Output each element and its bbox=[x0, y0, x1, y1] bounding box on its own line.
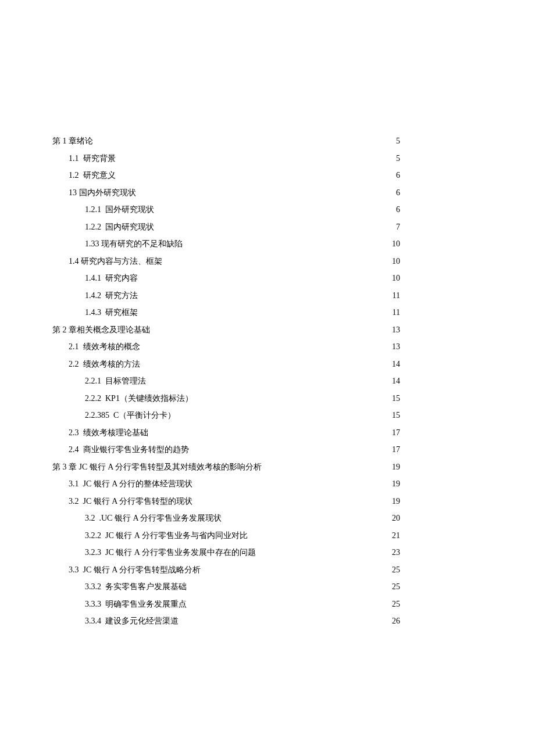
toc-page-number: 15 bbox=[391, 390, 400, 407]
toc-gap bbox=[101, 270, 105, 287]
toc-number: 3.3.4 bbox=[85, 612, 101, 630]
toc-gap bbox=[101, 372, 105, 390]
toc-entry: 2.3 绩效考核理论基础17 bbox=[52, 424, 400, 442]
toc-number: 1.2.1 bbox=[85, 201, 101, 218]
toc-title: JC 银行 A 分行零售转型的现状 bbox=[83, 493, 193, 510]
toc-number: 2.3 bbox=[69, 424, 79, 442]
toc-page-number: 6 bbox=[395, 184, 400, 202]
toc-number: 1.4.2 bbox=[85, 287, 101, 304]
toc-leader-dots bbox=[140, 341, 391, 349]
toc-gap bbox=[79, 150, 83, 167]
toc-gap bbox=[101, 304, 105, 321]
toc-page-number: 21 bbox=[391, 527, 400, 544]
toc-number: 1.1 bbox=[69, 150, 79, 167]
toc-title: 绪论 bbox=[77, 132, 93, 150]
toc-number: 3.3.3 bbox=[85, 596, 101, 613]
toc-page-number: 17 bbox=[391, 441, 400, 458]
toc-entry: 第 2 章相关概念及理论基础13 bbox=[52, 321, 400, 339]
toc-number: 2.2 bbox=[69, 356, 79, 373]
toc-page-number: 6 bbox=[395, 167, 400, 184]
toc-gap bbox=[101, 578, 105, 596]
toc-page-number: 14 bbox=[391, 372, 400, 390]
toc-page-number: 5 bbox=[395, 150, 400, 167]
toc-leader-dots bbox=[187, 599, 391, 607]
toc-title: 研究框架 bbox=[105, 304, 138, 321]
toc-entry: 3.3.2 务实零售客户发展基础25 bbox=[52, 578, 400, 596]
toc-page-number: 13 bbox=[391, 338, 400, 356]
toc-number: 1.33 bbox=[85, 235, 99, 253]
toc-number: 3.2.2 bbox=[85, 527, 101, 544]
toc-leader-dots bbox=[154, 221, 395, 230]
toc-title: 明确零售业务发展重点 bbox=[105, 596, 187, 613]
toc-entry: 2.2.2 KP1（关键绩效指标法）15 bbox=[52, 390, 400, 407]
toc-title: 研究背景 bbox=[83, 150, 116, 167]
toc-page-number: 17 bbox=[391, 424, 400, 442]
toc-title: JC 银行 A 分行零售转型战略分析 bbox=[83, 561, 201, 579]
toc-leader-dots bbox=[138, 273, 391, 281]
toc-title: 研究意义 bbox=[83, 167, 116, 184]
toc-entry: 2.4 商业银行零售业务转型的趋势17 bbox=[52, 441, 400, 458]
toc-entry: 1.4 研究内容与方法、框架10 bbox=[52, 253, 400, 270]
toc-leader-dots bbox=[116, 153, 395, 161]
toc-leader-dots bbox=[222, 513, 391, 521]
toc-title: 相关概念及理论基础 bbox=[77, 321, 150, 339]
toc-leader-dots bbox=[162, 256, 391, 264]
toc-number: 第 3 章 bbox=[52, 458, 77, 476]
toc-leader-dots bbox=[262, 461, 391, 470]
document-page: 第 1 章绪论51.1 研究背景51.2 研究意义613 国内外研究现状61.2… bbox=[0, 0, 535, 756]
toc-page-number: 7 bbox=[395, 218, 400, 236]
toc-entry: 1.2.2 国内研究现状7 bbox=[52, 218, 400, 236]
toc-title: 研究内容与方法、框架 bbox=[81, 253, 162, 270]
toc-leader-dots bbox=[138, 290, 391, 298]
toc-title: 目标管理法 bbox=[105, 372, 146, 390]
toc-number: 1.4.1 bbox=[85, 270, 101, 287]
toc-leader-dots bbox=[138, 307, 391, 315]
toc-leader-dots bbox=[201, 564, 391, 572]
toc-gap bbox=[101, 544, 105, 561]
toc-title: 绩效考核理论基础 bbox=[83, 424, 148, 442]
toc-number: 2.4 bbox=[69, 441, 79, 458]
toc-title: 绩效考核的概念 bbox=[83, 338, 140, 356]
toc-number: 2.2.385 bbox=[85, 407, 109, 424]
table-of-contents: 第 1 章绪论51.1 研究背景51.2 研究意义613 国内外研究现状61.2… bbox=[52, 132, 400, 630]
toc-title: 国外研究现状 bbox=[105, 201, 154, 218]
toc-leader-dots bbox=[140, 359, 391, 367]
toc-leader-dots bbox=[248, 530, 391, 538]
toc-entry: 3.3.3 明确零售业务发展重点25 bbox=[52, 596, 400, 613]
toc-title: 建设多元化经营渠道 bbox=[105, 612, 179, 630]
toc-number: 3.2 bbox=[85, 510, 95, 527]
toc-entry: 3.3 JC 银行 A 分行零售转型战略分析25 bbox=[52, 561, 400, 579]
toc-gap bbox=[79, 356, 83, 373]
toc-entry: 1.4.3 研究框架11 bbox=[52, 304, 400, 321]
toc-title: C（平衡计分卡） bbox=[113, 407, 176, 424]
toc-gap bbox=[109, 407, 113, 424]
toc-number: 3.3.2 bbox=[85, 578, 101, 596]
toc-page-number: 6 bbox=[395, 201, 400, 218]
toc-number: 2.1 bbox=[69, 338, 79, 356]
toc-leader-dots bbox=[193, 393, 391, 401]
toc-gap bbox=[101, 596, 105, 613]
toc-gap bbox=[101, 612, 105, 630]
toc-number: 3.3 bbox=[69, 561, 79, 579]
toc-page-number: 14 bbox=[391, 356, 400, 373]
toc-number: 3.1 bbox=[69, 475, 79, 493]
toc-entry: 2.2 绩效考核的方法14 bbox=[52, 356, 400, 373]
toc-leader-dots bbox=[256, 547, 391, 555]
toc-entry: 1.33 现有研究的不足和缺陷10 bbox=[52, 235, 400, 253]
toc-leader-dots bbox=[192, 496, 391, 504]
toc-gap bbox=[79, 424, 83, 442]
toc-entry: 3.2 .UC 银行 A 分行零售业务发展现状20 bbox=[52, 510, 400, 527]
toc-title: 研究方法 bbox=[105, 287, 138, 304]
toc-title: 绩效考核的方法 bbox=[83, 356, 140, 373]
toc-entry: 3.2 JC 银行 A 分行零售转型的现状19 bbox=[52, 493, 400, 510]
toc-leader-dots bbox=[116, 170, 395, 178]
toc-gap bbox=[79, 493, 83, 510]
toc-entry: 1.2 研究意义6 bbox=[52, 167, 400, 184]
toc-title: JC 银行 A 分行的整体经营现状 bbox=[83, 475, 193, 493]
toc-leader-dots bbox=[154, 204, 395, 212]
toc-number: 第 1 章 bbox=[52, 132, 77, 150]
toc-entry: 第 3 章 JC 银行 A 分行零售转型及其对绩效考核的影响分析19 bbox=[52, 458, 400, 476]
toc-entry: 3.1 JC 银行 A 分行的整体经营现状19 bbox=[52, 475, 400, 493]
toc-entry: 1.4.2 研究方法11 bbox=[52, 287, 400, 304]
toc-number: 3.2 bbox=[69, 493, 79, 510]
